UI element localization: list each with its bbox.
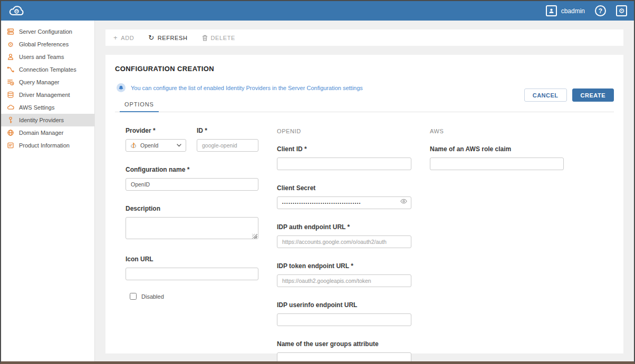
user-menu[interactable]: cbadmin bbox=[546, 5, 585, 16]
globe-icon bbox=[7, 129, 14, 136]
sidebar-item-identity-providers[interactable]: Identity Providers bbox=[1, 114, 94, 126]
delete-button[interactable]: DELETE bbox=[202, 35, 235, 41]
add-button[interactable]: + ADD bbox=[113, 34, 134, 41]
aws-role-claim-field: Name of an AWS role claim bbox=[430, 145, 564, 170]
sidebar-item-aws-settings[interactable]: AWS Settings bbox=[1, 101, 94, 114]
sidebar-item-server-configuration[interactable]: Server Configuration bbox=[1, 25, 94, 38]
aws-role-claim-input[interactable] bbox=[430, 158, 564, 170]
sidebar-item-product-information[interactable]: Product Information bbox=[1, 139, 94, 152]
disabled-label: Disabled bbox=[141, 293, 164, 300]
idp-auth-endpoint-input[interactable] bbox=[277, 235, 411, 248]
idp-auth-endpoint-field: IDP auth endpoint URL * bbox=[277, 223, 411, 248]
key-icon bbox=[7, 116, 14, 124]
client-id-field: Client ID * bbox=[277, 145, 411, 170]
provider-field: Provider * OpenI bbox=[126, 127, 186, 152]
sidebar-item-domain-manager[interactable]: Domain Manager bbox=[1, 126, 94, 139]
configuration-name-field: Configuration name * bbox=[126, 166, 258, 191]
sidebar-item-driver-management[interactable]: Driver Management bbox=[1, 88, 94, 101]
sidebar-item-label: Product Information bbox=[19, 142, 70, 149]
user-groups-attribute-input[interactable] bbox=[277, 352, 411, 361]
panel-actions: CANCEL CREATE bbox=[524, 88, 614, 102]
configuration-name-label: Configuration name * bbox=[126, 166, 258, 173]
openid-column: OPENID Client ID * Client Secret bbox=[277, 127, 411, 361]
aws-column: AWS Name of an AWS role claim bbox=[430, 127, 564, 361]
idp-auth-endpoint-label: IDP auth endpoint URL * bbox=[277, 223, 411, 231]
cancel-button[interactable]: CANCEL bbox=[524, 88, 567, 102]
idp-userinfo-endpoint-label: IDP userinfo endpoint URL bbox=[277, 301, 411, 309]
panel-title: CONFIGURATION CREATION bbox=[115, 65, 614, 73]
tab-options[interactable]: OPTIONS bbox=[120, 98, 159, 112]
trash-icon bbox=[202, 35, 208, 41]
icon-url-input[interactable] bbox=[126, 268, 258, 280]
openid-icon bbox=[130, 142, 137, 149]
top-bar: cbadmin ? ⚙ bbox=[1, 1, 634, 21]
database-icon bbox=[7, 91, 14, 99]
client-secret-input[interactable] bbox=[277, 196, 411, 209]
user-groups-attribute-field: Name of the user groups attribute bbox=[277, 340, 411, 361]
general-column: Provider * OpenI bbox=[126, 127, 258, 361]
query-list-clock-icon bbox=[7, 78, 14, 86]
client-id-input[interactable] bbox=[277, 158, 411, 170]
sidebar-item-label: Query Manager bbox=[19, 79, 59, 85]
sidebar-item-label: Users and Teams bbox=[19, 54, 64, 60]
sidebar-item-label: Driver Management bbox=[19, 92, 70, 98]
sidebar-item-connection-templates[interactable]: Connection Templates bbox=[1, 63, 94, 76]
sidebar-item-label: Connection Templates bbox=[19, 66, 76, 73]
eye-icon[interactable] bbox=[400, 199, 407, 204]
server-icon bbox=[7, 28, 14, 35]
configuration-creation-panel: CONFIGURATION CREATION You can configure… bbox=[105, 55, 623, 353]
user-groups-attribute-label: Name of the user groups attribute bbox=[277, 340, 411, 348]
bell-icon bbox=[117, 83, 126, 92]
icon-url-field: Icon URL bbox=[126, 255, 258, 280]
settings-icon[interactable]: ⚙ bbox=[616, 5, 627, 16]
id-label: ID * bbox=[197, 127, 258, 134]
help-icon[interactable]: ? bbox=[595, 5, 606, 16]
user-icon bbox=[7, 53, 14, 61]
identity-provider-form: Provider * OpenI bbox=[126, 127, 614, 361]
user-avatar-icon bbox=[546, 5, 557, 16]
configuration-name-input[interactable] bbox=[126, 178, 258, 191]
document-icon bbox=[7, 142, 14, 149]
id-field: ID * bbox=[197, 127, 258, 152]
client-secret-label: Client Secret bbox=[277, 184, 411, 192]
client-secret-field: Client Secret bbox=[277, 184, 411, 209]
sidebar-item-label: Identity Providers bbox=[19, 117, 64, 123]
aws-role-claim-label: Name of an AWS role claim bbox=[430, 145, 564, 153]
idp-userinfo-endpoint-input[interactable] bbox=[277, 313, 411, 326]
sidebar-item-users-and-teams[interactable]: Users and Teams bbox=[1, 51, 94, 63]
disabled-checkbox-row: Disabled bbox=[130, 293, 258, 300]
admin-sidebar: Server Configuration ⚙ Global Preference… bbox=[1, 21, 95, 361]
disabled-checkbox[interactable] bbox=[130, 293, 137, 300]
refresh-button[interactable]: ↻ REFRESH bbox=[148, 34, 187, 41]
sidebar-item-global-preferences[interactable]: ⚙ Global Preferences bbox=[1, 38, 94, 51]
aws-group-header: AWS bbox=[430, 128, 564, 134]
app-window: cbadmin ? ⚙ Server Configuration ⚙ Globa… bbox=[0, 0, 635, 364]
provider-select[interactable]: OpenId bbox=[126, 139, 186, 152]
provider-label: Provider * bbox=[126, 127, 186, 134]
info-message: You can configure the list of enabled Id… bbox=[131, 85, 363, 91]
body: Server Configuration ⚙ Global Preference… bbox=[1, 21, 634, 361]
username-label: cbadmin bbox=[561, 7, 585, 15]
sidebar-item-label: Global Preferences bbox=[19, 41, 69, 47]
idp-token-endpoint-input[interactable] bbox=[277, 274, 411, 287]
sidebar-item-query-manager[interactable]: Query Manager bbox=[1, 76, 94, 88]
id-input[interactable] bbox=[197, 139, 258, 152]
sidebar-item-label: AWS Settings bbox=[19, 104, 54, 111]
openid-group-header: OPENID bbox=[277, 128, 411, 134]
description-textarea[interactable] bbox=[126, 217, 258, 239]
cloud-icon bbox=[7, 104, 14, 111]
description-label: Description bbox=[126, 205, 258, 212]
sidebar-item-label: Server Configuration bbox=[19, 28, 72, 35]
client-id-label: Client ID * bbox=[277, 145, 411, 153]
refresh-icon: ↻ bbox=[148, 34, 155, 41]
idp-token-endpoint-field: IDP token endpoint URL * bbox=[277, 262, 411, 287]
create-button[interactable]: CREATE bbox=[572, 88, 614, 102]
chevron-down-icon bbox=[177, 144, 181, 147]
plus-icon: + bbox=[113, 34, 118, 41]
topbar-actions: cbadmin ? ⚙ bbox=[546, 5, 627, 16]
sidebar-item-label: Domain Manager bbox=[19, 130, 63, 136]
provider-selected-value: OpenId bbox=[140, 142, 158, 149]
shuffle-icon bbox=[7, 66, 14, 73]
gear-icon: ⚙ bbox=[7, 41, 14, 48]
cloudbeaver-logo-icon[interactable] bbox=[8, 4, 27, 18]
